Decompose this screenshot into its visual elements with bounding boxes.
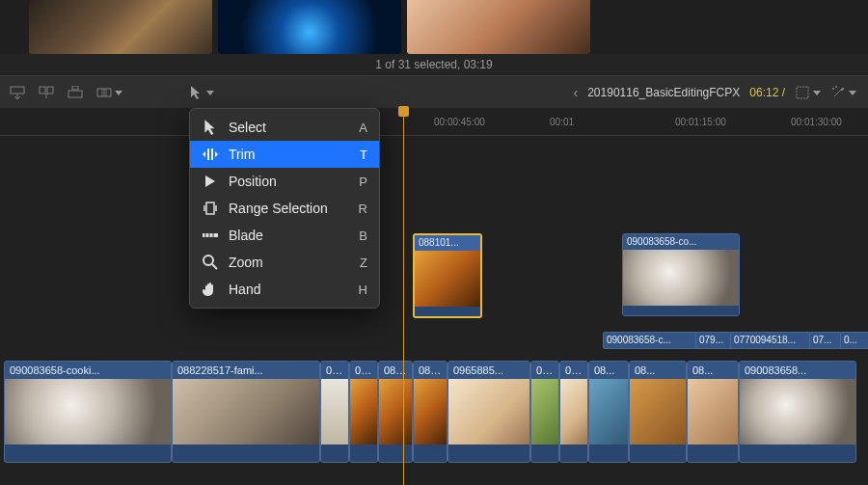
tool-menu-shortcut: R xyxy=(359,202,367,216)
clip-label: 08... xyxy=(630,362,686,379)
primary-clip[interactable]: 088... xyxy=(413,361,448,463)
clip-label: 090083658-cooki... xyxy=(5,362,171,379)
timeline-toolbar: ‹ 20190116_BasicEditingFCPX 06:12 / xyxy=(0,75,868,110)
status-text: 1 of 31 selected, 03:19 xyxy=(375,58,492,71)
clip-thumb xyxy=(623,250,739,306)
primary-clip[interactable]: 08... xyxy=(687,361,739,463)
clip-audio xyxy=(688,445,738,458)
prev-project-button[interactable]: ‹ xyxy=(574,85,579,100)
connected-clips-lane-2[interactable]: 090083658-c...079...0770094518...07...0.… xyxy=(0,332,868,349)
primary-clip[interactable]: 090083658... xyxy=(739,361,856,463)
ruler-mark: 00:00:45:00 xyxy=(434,117,485,127)
tool-menu-item-hand[interactable]: HandH xyxy=(190,276,379,303)
clip-thumb xyxy=(379,379,412,445)
primary-clip[interactable]: 08... xyxy=(320,361,349,463)
insert-icon[interactable] xyxy=(10,85,25,100)
connected-clip[interactable]: 088101... xyxy=(413,233,482,318)
primary-clip[interactable]: 08... xyxy=(629,361,687,463)
connected-clips-lane[interactable]: 088101...090083658-co... xyxy=(0,233,868,320)
clip-audio xyxy=(414,445,447,458)
tool-menu-shortcut: H xyxy=(359,283,367,297)
primary-clip[interactable]: 090083658-cooki... xyxy=(4,361,172,463)
tool-menu-item-range[interactable]: Range SelectionR xyxy=(190,195,379,222)
project-name[interactable]: 20190116_BasicEditingFCPX xyxy=(587,86,740,99)
clip-label: 08... xyxy=(560,362,587,379)
svg-point-9 xyxy=(835,86,837,88)
svg-rect-10 xyxy=(206,202,214,214)
position-icon xyxy=(202,173,219,190)
connected-clip-mini[interactable]: 0... xyxy=(840,332,868,349)
tool-menu-shortcut: B xyxy=(359,229,367,243)
tool-menu-item-select[interactable]: SelectA xyxy=(190,114,379,141)
range-icon xyxy=(202,200,219,217)
append-icon[interactable] xyxy=(39,85,54,100)
ruler-mark: 00:01 xyxy=(550,117,574,127)
tool-menu-label: Trim xyxy=(229,147,350,162)
playhead[interactable] xyxy=(403,108,404,485)
connect-icon[interactable] xyxy=(68,85,83,100)
clip-audio xyxy=(560,445,587,458)
tool-menu-item-position[interactable]: PositionP xyxy=(190,168,379,195)
svg-rect-6 xyxy=(101,89,107,96)
timeline[interactable]: 00:00:45:0000:0100:01:15:0000:01:30:00 0… xyxy=(0,108,868,485)
primary-clip[interactable]: 0965885... xyxy=(448,361,530,463)
browser-thumb[interactable] xyxy=(218,0,401,54)
clip-label: 090083658... xyxy=(740,362,855,379)
connected-clip-mini[interactable]: 0770094518... xyxy=(730,332,815,349)
blade-icon xyxy=(202,227,219,244)
svg-rect-4 xyxy=(72,86,78,90)
primary-clip[interactable]: 088... xyxy=(378,361,413,463)
timeline-ruler[interactable]: 00:00:45:0000:0100:01:15:0000:01:30:00 xyxy=(0,108,868,136)
primary-storyline[interactable]: 090083658-cooki...088228517-fami...08...… xyxy=(0,361,868,465)
connected-clip-mini[interactable]: 090083658-c... xyxy=(603,332,699,349)
svg-rect-0 xyxy=(11,87,24,94)
clip-thumb xyxy=(630,379,686,445)
tool-menu-label: Position xyxy=(229,174,349,189)
effects-dropdown[interactable] xyxy=(830,85,856,100)
clip-label: 090083658-co... xyxy=(623,234,739,250)
ruler-mark: 00:01:15:00 xyxy=(675,117,726,127)
tool-menu-shortcut: A xyxy=(359,121,367,135)
primary-clip[interactable]: 08... xyxy=(559,361,588,463)
chevron-down-icon xyxy=(813,91,821,95)
primary-clip[interactable]: 08... xyxy=(530,361,559,463)
clip-label: 08... xyxy=(321,362,348,379)
tool-menu-label: Range Selection xyxy=(229,201,349,216)
index-dropdown[interactable] xyxy=(795,85,821,100)
selection-status: 1 of 31 selected, 03:19 xyxy=(0,54,868,75)
clip-thumb xyxy=(414,379,447,445)
clip-label: 08... xyxy=(589,362,628,379)
project-timecode: 06:12 / xyxy=(749,86,785,99)
clip-audio xyxy=(321,445,348,458)
overwrite-icon xyxy=(96,85,112,100)
clip-thumb xyxy=(350,379,377,445)
clip-audio xyxy=(448,445,529,458)
tool-menu-item-trim[interactable]: TrimT xyxy=(190,141,379,168)
browser-thumb[interactable] xyxy=(407,0,590,54)
clip-label: 088228517-fami... xyxy=(173,362,319,379)
clip-audio xyxy=(379,445,412,458)
overwrite-dropdown[interactable] xyxy=(96,85,122,100)
tool-menu-item-zoom[interactable]: ZoomZ xyxy=(190,249,379,276)
primary-clip[interactable]: 08... xyxy=(588,361,629,463)
primary-clip[interactable]: 088228517-fami... xyxy=(172,361,320,463)
tool-selector[interactable] xyxy=(188,85,214,100)
clip-thumb xyxy=(531,379,558,445)
connected-clip[interactable]: 090083658-co... xyxy=(622,233,740,316)
browser-thumb[interactable] xyxy=(29,0,212,54)
tool-menu-shortcut: T xyxy=(360,148,367,162)
tool-menu-item-blade[interactable]: BladeB xyxy=(190,222,379,249)
chevron-down-icon xyxy=(206,91,214,95)
browser-thumbs xyxy=(0,0,868,54)
tool-menu-label: Hand xyxy=(229,282,349,297)
trim-icon xyxy=(202,146,219,163)
clip-thumb xyxy=(415,251,480,307)
primary-clip[interactable]: 08... xyxy=(349,361,378,463)
clip-audio xyxy=(630,445,686,458)
svg-rect-3 xyxy=(68,91,82,97)
tool-menu-label: Zoom xyxy=(229,255,350,270)
tool-menu-label: Select xyxy=(229,120,349,135)
clip-audio xyxy=(5,445,171,458)
select-icon xyxy=(202,119,219,136)
clip-label: 08... xyxy=(688,362,738,379)
